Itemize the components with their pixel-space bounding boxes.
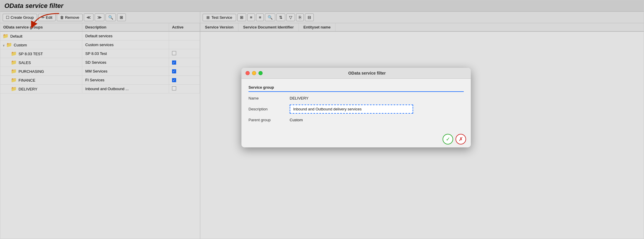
section-header: Service group [248, 83, 464, 92]
close-button[interactable] [246, 71, 250, 75]
parent-value: Custom [290, 118, 303, 122]
name-value: DELIVERY [290, 96, 308, 100]
description-label: Description [248, 107, 290, 111]
ok-button[interactable]: ✓ [443, 134, 453, 144]
modal-title: OData service filter [267, 71, 467, 75]
modal-overlay: OData service filter Service group Name … [0, 0, 644, 239]
parent-row: Parent group Custom [248, 118, 464, 122]
modal-body: Service group Name DELIVERY Description … [241, 79, 471, 131]
parent-label: Parent group [248, 118, 290, 122]
modal-footer: ✓ ✗ [241, 131, 471, 147]
name-row: Name DELIVERY [248, 96, 464, 100]
modal-dialog: OData service filter Service group Name … [241, 68, 471, 147]
modal-titlebar: OData service filter [241, 68, 471, 79]
main-window: OData service filter ☐ Create Group ✏ [0, 0, 644, 239]
cancel-button[interactable]: ✗ [456, 134, 466, 144]
minimize-button[interactable] [252, 71, 256, 75]
traffic-lights [246, 71, 263, 75]
description-input[interactable] [290, 105, 413, 114]
maximize-button[interactable] [258, 71, 263, 75]
description-row: Description [248, 105, 464, 114]
name-label: Name [248, 96, 290, 100]
